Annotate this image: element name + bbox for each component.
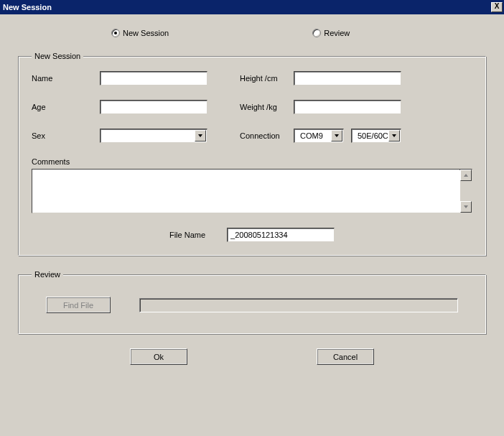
label-height: Height /cm [240, 74, 294, 83]
filename-row: File Name [32, 228, 472, 242]
label-sex: Sex [32, 131, 100, 140]
height-input[interactable] [294, 71, 401, 85]
sex-select[interactable] [100, 129, 207, 143]
ok-button[interactable]: Ok [130, 348, 187, 365]
label-file-name: File Name [169, 231, 205, 239]
chevron-down-icon [388, 130, 400, 142]
review-groupbox: Review Find File [18, 270, 486, 334]
label-age: Age [32, 103, 100, 111]
model-select-value: 50E/60C [355, 131, 391, 140]
window-title: New Session [3, 3, 52, 11]
content-area: New Session Review New Session Name Heig… [0, 14, 504, 372]
radio-icon [111, 29, 120, 37]
age-input[interactable] [100, 100, 207, 114]
comments-wrap [32, 169, 472, 213]
comments-textarea[interactable] [32, 170, 459, 213]
label-name: Name [32, 74, 100, 83]
scroll-down-icon[interactable] [460, 201, 472, 213]
label-comments: Comments [32, 157, 472, 166]
radio-review[interactable]: Review [312, 29, 350, 37]
review-legend: Review [32, 270, 63, 279]
find-file-button[interactable]: Find File [46, 297, 111, 313]
new-session-groupbox: New Session Name Height /cm Age Weight /… [18, 52, 486, 256]
radio-new-session[interactable]: New Session [111, 29, 169, 37]
radio-new-session-label: New Session [123, 29, 169, 37]
radio-review-label: Review [324, 29, 350, 37]
scroll-up-icon[interactable] [460, 170, 472, 181]
weight-input[interactable] [294, 100, 401, 114]
model-select[interactable]: 50E/60C [351, 129, 401, 143]
connection-select[interactable]: COM9 [294, 129, 344, 143]
chevron-down-icon [331, 130, 342, 142]
connection-select-value: COM9 [297, 131, 326, 140]
scrollbar-vertical[interactable] [460, 170, 472, 213]
file-name-input[interactable] [227, 228, 335, 242]
chevron-down-icon [195, 130, 206, 142]
label-connection: Connection [240, 131, 294, 140]
close-button[interactable]: X [491, 2, 503, 12]
radio-icon [312, 29, 321, 37]
bottom-button-row: Ok Cancel [18, 348, 486, 365]
new-session-legend: New Session [32, 52, 83, 60]
name-input[interactable] [100, 71, 207, 85]
review-path-display [139, 298, 458, 312]
label-weight: Weight /kg [240, 103, 294, 111]
mode-radio-row: New Session Review [18, 29, 486, 37]
cancel-button[interactable]: Cancel [317, 348, 374, 365]
close-icon: X [495, 2, 500, 10]
titlebar: New Session X [0, 0, 504, 14]
